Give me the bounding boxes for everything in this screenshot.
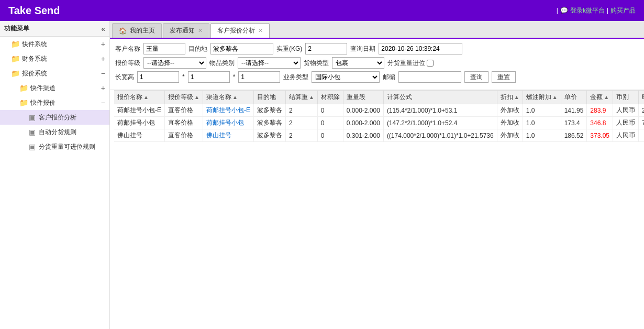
tab-analysis[interactable]: 客户报价分析 ✕ (210, 23, 270, 38)
cell-channel-2[interactable]: 佛山挂号 (203, 129, 253, 142)
reset-button[interactable]: 重置 (492, 71, 516, 83)
sort-icon-amount: ▲ (604, 94, 609, 100)
cell-vd-1: 0 (317, 117, 343, 129)
query-date-input[interactable] (379, 43, 462, 54)
cell-channel-0[interactable]: 荷邮挂号小包-E (203, 104, 253, 117)
cell-level-2: 直客价格 (165, 129, 203, 142)
expand-icon-baojia: − (101, 69, 105, 78)
table-row: 佛山挂号 直客价格 佛山挂号 波多黎各 2 0 0.301-2.000 ((17… (114, 129, 644, 142)
sidebar-item-baojia[interactable]: 📁 报价系统 − (0, 66, 109, 81)
cell-currency-1: 人民币 (613, 117, 639, 129)
sidebar-collapse-icon[interactable]: « (101, 25, 105, 33)
expand-icon-kuaijian: + (101, 40, 105, 48)
doc-icon-kehu: ▣ (27, 113, 37, 122)
destination-label: 目的地 (188, 45, 207, 53)
cargo-type-select[interactable]: 包裹 (332, 57, 384, 69)
weight-input[interactable] (305, 43, 347, 54)
tab-home[interactable]: 🏠 我的主页 (112, 23, 162, 38)
cell-up-2: 186.52 (561, 129, 587, 142)
filter-row-3: 长宽高 * * 业务类型 国际小包 邮编 查询 重置 (115, 71, 639, 83)
cargo-type-label: 货物类型 (304, 59, 329, 68)
sidebar-item-kuaijian[interactable]: 📁 快件系统 + (0, 37, 109, 51)
buy-link[interactable]: 购买产品 (610, 6, 636, 15)
cell-cw-1: 2 (285, 117, 317, 129)
cell-dest-1: 波多黎各 (253, 117, 285, 129)
col-volume-deduct[interactable]: 材积除 (317, 91, 343, 104)
cell-formula-2: ((174.000*2/1.000)*1.01)*1.0+21.5736 (383, 129, 497, 142)
destination-input[interactable] (210, 43, 273, 54)
cell-channel-1[interactable]: 荷邮挂号小包 (203, 117, 253, 129)
col-currency[interactable]: 币别 (613, 91, 639, 104)
postal-input[interactable] (398, 71, 461, 83)
sidebar-item-kehu-baojia[interactable]: ▣ 客户报价分析 (0, 110, 109, 125)
col-destination[interactable]: 目的地 (253, 91, 285, 104)
expand-icon-qudao: + (101, 84, 105, 92)
sidebar-item-kuaijian-baojia[interactable]: 📁 快件报价 − (0, 95, 109, 110)
table-row: 荷邮挂号小包-E 直客价格 荷邮挂号小包-E 波多黎各 2 0 0.000-2.… (114, 104, 644, 117)
height-input[interactable] (238, 71, 280, 83)
sidebar-label-baojia: 报价系统 (22, 69, 47, 78)
sidebar-item-kuaijian-qudao[interactable]: 📁 快件渠道 + (0, 81, 109, 95)
home-icon: 🏠 (119, 27, 127, 35)
width-input[interactable] (188, 71, 230, 83)
folder-icon-baojia: 📁 (10, 69, 20, 78)
customer-name-input[interactable] (143, 43, 185, 54)
separator: | (557, 7, 558, 14)
expand-icon-caiwu: + (101, 54, 105, 63)
col-name[interactable]: 报价名称▲ (114, 91, 165, 104)
sort-icon-cw: ▲ (309, 94, 314, 100)
cell-up-0: 141.95 (561, 104, 587, 117)
folder-icon-caiwu: 📁 (10, 54, 20, 63)
cell-vd-2: 0 (317, 129, 343, 142)
cell-formula-1: (147.2*2/1.000)*1.0+52.4 (383, 117, 497, 129)
query-date-label: 查询日期 (350, 45, 375, 53)
sort-icon-name: ▲ (143, 94, 149, 100)
cell-name-2: 佛山挂号 (114, 129, 165, 142)
sub-weight-checkbox[interactable] (427, 60, 434, 67)
results-table-container: 报价名称▲ 报价等级▲ 渠道名称▲ 目的地 结算重▲ 材积除 重量段 计算公式 … (110, 90, 644, 329)
goods-type-select[interactable]: --请选择-- (238, 57, 301, 69)
query-button[interactable]: 查询 (464, 71, 488, 83)
folder-icon-qudao: 📁 (19, 83, 28, 93)
sidebar-label-kuaijian: 快件系统 (22, 40, 47, 49)
cell-discount-2: 外加收 (497, 129, 523, 142)
sidebar-title: 功能菜单 (4, 24, 29, 33)
results-table: 报价名称▲ 报价等级▲ 渠道名称▲ 目的地 结算重▲ 材积除 重量段 计算公式 … (114, 90, 644, 142)
col-formula[interactable]: 计算公式 (383, 91, 497, 104)
col-level[interactable]: 报价等级▲ (165, 91, 203, 104)
tab-publish[interactable]: 发布通知 ✕ (163, 23, 209, 38)
login-link[interactable]: 登录k微平台 (570, 6, 605, 15)
expand-icon-kjbj: − (101, 98, 105, 107)
cell-vd-0: 0 (317, 104, 343, 117)
cell-name-0: 荷邮挂号小包-E (114, 104, 165, 117)
price-level-select[interactable]: --请选择-- (143, 57, 206, 69)
tab-analysis-label: 客户报价分析 (217, 26, 255, 35)
col-unit-price[interactable]: 单价 (561, 91, 587, 104)
tab-publish-close[interactable]: ✕ (198, 27, 203, 34)
col-calc-weight[interactable]: 结算重▲ (285, 91, 317, 104)
cell-fuel-0: 1.0 (523, 104, 561, 117)
cell-te-1: 7-20 (639, 117, 644, 129)
length-input[interactable] (137, 71, 179, 83)
sidebar-item-caiwu[interactable]: 📁 财务系统 + (0, 51, 109, 66)
price-level-label: 报价等级 (115, 59, 140, 68)
col-time-effect[interactable]: 时效▲ (639, 91, 644, 104)
cell-discount-1: 外加收 (497, 117, 523, 129)
sidebar-item-fenhuo-zhongliang[interactable]: ▣ 分货重量可进位规则 (0, 139, 109, 154)
col-fuel[interactable]: 燃油附加▲ (523, 91, 561, 104)
tab-analysis-close[interactable]: ✕ (258, 27, 263, 34)
sidebar-label-kehu: 客户报价分析 (39, 113, 76, 122)
table-header-row: 报价名称▲ 报价等级▲ 渠道名称▲ 目的地 结算重▲ 材积除 重量段 计算公式 … (114, 91, 644, 104)
col-channel[interactable]: 渠道名称▲ (203, 91, 253, 104)
col-discount[interactable]: 折扣▲ (497, 91, 523, 104)
customer-name-label: 客户名称 (115, 45, 140, 53)
cell-te-2 (639, 129, 644, 142)
col-amount[interactable]: 金额▲ (587, 91, 613, 104)
tab-home-label: 我的主页 (130, 26, 155, 35)
sidebar-item-zidong-fenhuo[interactable]: ▣ 自动分货规则 (0, 125, 109, 139)
tab-publish-label: 发布通知 (170, 26, 195, 35)
business-type-select[interactable]: 国际小包 (312, 71, 380, 83)
cell-amount-2: 373.05 (587, 129, 613, 142)
col-weight-range[interactable]: 重量段 (343, 91, 383, 104)
sort-icon-channel: ▲ (232, 94, 238, 100)
